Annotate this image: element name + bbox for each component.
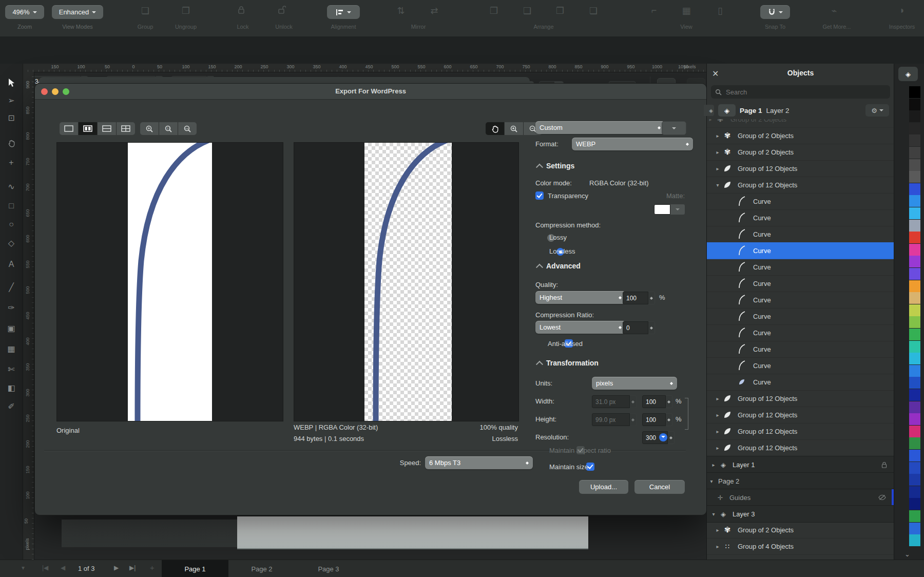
color-swatch[interactable] [909,256,920,267]
export-height-percent-stepper[interactable] [666,413,672,426]
quality-percent-field[interactable]: 100 [623,292,655,304]
object-row-group[interactable]: ▸✾Group of 2 Objects [707,522,894,538]
view-modes-dropdown[interactable]: Enhanced [52,5,103,19]
object-row-curve[interactable]: Curve [707,341,894,358]
color-swatch[interactable] [909,280,920,292]
color-swatch[interactable] [909,474,920,486]
color-swatch[interactable] [909,171,920,183]
objects-panel-tab-icon[interactable]: ◈ [898,67,918,81]
hand-tool-tool-icon[interactable] [0,136,23,151]
export-preview-pane[interactable] [294,142,519,421]
dialog-title-bar[interactable]: Export For WordPress [35,84,706,100]
text-tool-tool-icon[interactable]: A [0,257,23,272]
export-height-stepper[interactable] [630,413,637,426]
matte-dropdown[interactable] [670,204,685,215]
color-swatch[interactable] [909,450,920,461]
object-row-clipped[interactable]: ▸✾Group of 2 Objects [707,119,894,128]
color-swatch[interactable] [909,353,920,364]
object-row-curve[interactable]: Curve [707,292,894,309]
search-field-wrap[interactable] [711,85,890,99]
matte-color-well[interactable] [654,204,685,215]
close-traffic-light[interactable] [41,88,48,95]
add-shape-tool-icon[interactable]: + [0,155,23,170]
curve-tool-tool-icon[interactable]: ∿ [0,179,23,194]
color-swatch[interactable] [909,426,920,437]
object-row-group[interactable]: ▸Group of 12 Objects [707,423,894,440]
export-width-field[interactable]: 31.0 px [592,395,637,408]
object-row-curve[interactable]: Curve [707,259,894,276]
object-row-curve[interactable]: Curve [707,308,894,325]
quality-percent-stepper[interactable] [648,292,655,304]
zoom-dropdown[interactable]: 496% [5,5,44,19]
color-swatch[interactable] [909,510,920,522]
transformation-section-header[interactable]: Transformation [537,359,599,367]
object-row-curve[interactable]: Curve [707,209,894,226]
line-tool-tool-icon[interactable]: ╱ [0,279,23,295]
alignment-dropdown[interactable] [327,5,360,19]
next-page-icon[interactable]: ▶ [114,564,119,571]
polygon-tool-tool-icon[interactable]: ◇ [0,235,23,251]
export-width-percent-field[interactable]: 100 [642,395,672,408]
arrange-front-icon[interactable]: ❒ [488,5,500,16]
zoom-actual-button[interactable]: 1:1 [159,122,178,135]
group-icon[interactable]: ❏ [139,5,151,16]
knife-tool-tool-icon[interactable]: ✄ [0,361,23,377]
color-swatch[interactable] [909,341,920,353]
pen-tool-tool-icon[interactable]: ✑ [0,300,23,315]
page-tab-2[interactable]: Page 2 [228,560,295,577]
color-swatch[interactable] [909,244,920,256]
smudge-tool-tool-icon[interactable]: ✐ [0,398,23,414]
resolution-dropdown-badge[interactable] [659,433,667,441]
zoom-in-button[interactable] [505,122,524,135]
color-swatch[interactable] [909,159,920,171]
frame-tool-tool-icon[interactable]: ▣ [0,320,23,336]
speed-dropdown[interactable]: 6 Mbps T3 [425,456,533,469]
object-row-group[interactable]: ▸Group of 12 Objects [707,160,894,177]
get-more-icon[interactable]: ⌁ [828,5,840,16]
format-dropdown[interactable]: WEBP [572,138,693,150]
add-page-icon[interactable]: + [150,563,155,572]
compression-ratio-stepper[interactable] [648,321,655,334]
arrange-backward-icon[interactable]: ❐ [554,5,566,16]
prev-page-icon[interactable]: ◀ [61,564,65,571]
mirror-horizontal-icon[interactable]: ⇄ [428,5,440,16]
object-row-group[interactable]: ▸∷Group of 4 Objects [707,538,894,555]
compression-ratio-dropdown[interactable]: Lowest [535,321,626,334]
color-swatch[interactable] [909,401,920,413]
zoom-traffic-light[interactable] [63,88,69,95]
color-swatch[interactable] [909,523,920,534]
units-dropdown[interactable]: pixels [592,377,677,390]
layer-row[interactable]: ▸◈Layer 1 [707,456,894,473]
minimize-traffic-light[interactable] [52,88,59,95]
object-row-group[interactable]: ▸Group of 12 Objects [707,439,894,456]
color-swatch[interactable] [909,389,920,401]
color-swatch[interactable] [909,534,920,546]
current-layer-icon[interactable]: ◈ [718,104,736,117]
export-height-field[interactable]: 99.0 px [592,413,637,426]
pan-hand-button[interactable] [486,122,505,135]
view-page-icon[interactable]: ▯ [714,5,726,16]
color-swatch[interactable] [909,207,920,219]
breadcrumb-page[interactable]: Page 1 [740,107,762,114]
single-view-button[interactable] [60,122,79,135]
color-swatch[interactable] [909,220,920,232]
ellipse-tool-tool-icon[interactable]: ○ [0,217,23,232]
transparency-checkbox[interactable] [535,191,544,200]
color-swatch[interactable] [909,498,920,510]
arrange-back-icon[interactable]: ❏ [587,5,600,16]
search-input[interactable] [725,88,876,97]
vertical-ruler[interactable]: 9008508007507006506005505004504003503002… [23,72,34,560]
layer-options-button[interactable]: ⚙ [865,104,889,117]
arrange-forward-icon[interactable]: ❑ [521,5,533,16]
color-swatch[interactable] [909,99,920,110]
cancel-button[interactable]: Cancel [634,480,685,494]
color-swatch[interactable] [909,123,920,134]
split-vertical-view-button[interactable] [79,122,98,135]
color-swatch[interactable] [909,110,920,122]
pattern-tool-tool-icon[interactable]: ▦ [0,341,23,356]
mirror-vertical-icon[interactable]: ⇅ [395,5,407,16]
ungroup-icon[interactable]: ❐ [180,5,192,16]
guides-row[interactable]: ✛Guides [707,489,894,506]
node-select-tool-icon[interactable]: ➢ [0,92,23,108]
object-row-curve[interactable]: Curve [707,357,894,374]
